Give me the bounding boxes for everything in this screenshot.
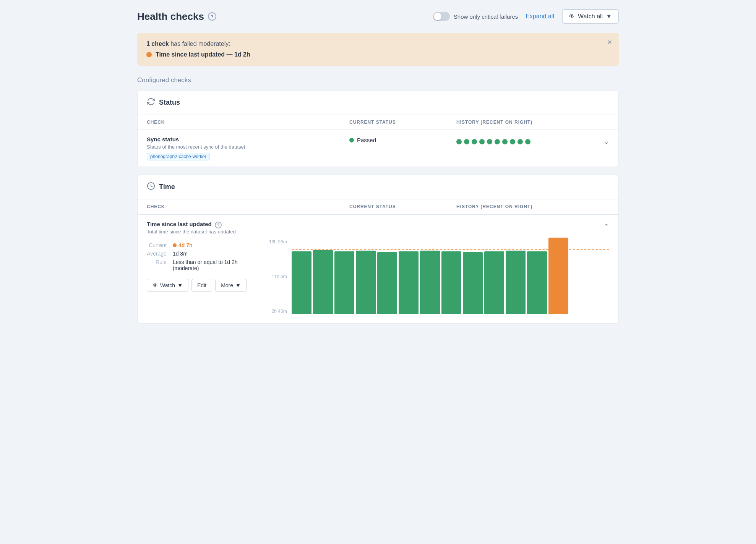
toggle-container: Show only critical failures — [433, 12, 518, 21]
bar-2 — [313, 250, 333, 314]
y-axis-labels: 19h 26m 11h 6m 2h 46m — [269, 238, 289, 314]
time-table-header: CHECK CURRENT STATUS HISTORY (RECENT ON … — [138, 199, 618, 214]
expand-all-button[interactable]: Expand all — [526, 13, 554, 20]
current-status-col-header: CURRENT STATUS — [349, 120, 456, 125]
chevron-down-icon: ▼ — [606, 13, 612, 20]
history-dot-3 — [472, 139, 477, 144]
check-description: Status of the most recent sync of the da… — [147, 144, 349, 150]
time-card: Time CHECK CURRENT STATUS HISTORY (RECEN… — [137, 175, 619, 324]
check-tag[interactable]: phonograph2-cache-worker — [147, 153, 210, 160]
history-dot-4 — [479, 139, 485, 144]
bar-10 — [484, 251, 504, 314]
collapse-row-chevron[interactable]: ⌃ — [604, 222, 609, 231]
sync-icon — [147, 97, 155, 108]
bar-7 — [420, 251, 440, 314]
bar-11 — [506, 251, 526, 314]
watch-button[interactable]: 👁 Watch ▼ — [147, 279, 188, 292]
y-label-mid: 11h 6m — [272, 274, 287, 279]
clock-icon — [147, 182, 155, 192]
more-button[interactable]: More ▼ — [215, 279, 247, 292]
alert-close-button[interactable]: × — [607, 38, 612, 46]
status-card-header: Status — [138, 91, 618, 115]
header-right: Show only critical failures Expand all 👁… — [433, 9, 619, 24]
toggle-label: Show only critical failures — [454, 13, 518, 20]
time-check-desc: Total time since the dataset has updated — [147, 229, 349, 235]
history-dot-10 — [525, 139, 530, 144]
bar-chart: 19h 26m 11h 6m 2h 46m — [269, 238, 609, 314]
time-check-info: Time since last updated ? Total time sin… — [147, 221, 349, 238]
help-icon[interactable]: ? — [208, 12, 216, 21]
alert-item: Time since last updated — 1d 2h — [146, 51, 610, 58]
edit-button[interactable]: Edit — [191, 279, 212, 292]
alert-strong: 1 check — [146, 40, 169, 47]
time-table-row: Time since last updated ? Total time sin… — [138, 214, 618, 323]
current-dot — [173, 243, 177, 247]
metrics-grid: Current 4d 7h Average 1d 8m Rule Less th… — [147, 242, 254, 271]
chart-with-labels: 19h 26m 11h 6m 2h 46m — [269, 238, 609, 314]
check-name: Sync status — [147, 136, 349, 142]
history-dot-1 — [456, 139, 462, 144]
history-dot-7 — [502, 139, 508, 144]
time-check-table: CHECK CURRENT STATUS HISTORY (RECENT ON … — [138, 199, 618, 323]
status-table-header: CHECK CURRENT STATUS HISTORY (RECENT ON … — [138, 115, 618, 130]
status-text: Passed — [357, 137, 376, 143]
warning-dot — [146, 52, 152, 57]
more-chevron-icon: ▼ — [235, 282, 241, 288]
history-dot-8 — [510, 139, 515, 144]
header-left: Health checks ? — [137, 11, 216, 23]
y-label-bottom: 2h 46m — [272, 309, 287, 314]
time-card-header: Time — [138, 175, 618, 199]
history-dot-5 — [487, 139, 492, 144]
time-status-col-header: CURRENT STATUS — [349, 204, 456, 209]
more-label: More — [221, 282, 233, 288]
bar-8 — [441, 251, 461, 314]
status-card-title: Status — [159, 99, 180, 107]
status-check-table: CHECK CURRENT STATUS HISTORY (RECENT ON … — [138, 115, 618, 167]
alert-item-text: Time since last updated — 1d 2h — [156, 51, 250, 58]
watch-chevron-icon: ▼ — [177, 282, 183, 288]
average-value: 1d 8m — [173, 251, 254, 257]
current-label: Current — [147, 242, 167, 248]
page-container: Health checks ? Show only critical failu… — [137, 9, 619, 324]
history-dot-9 — [518, 139, 523, 144]
time-card-title: Time — [159, 183, 175, 191]
alert-text: 1 check has failed moderately: — [146, 40, 610, 47]
time-history-col-header: HISTORY (RECENT ON RIGHT) — [456, 204, 609, 209]
bar-3 — [334, 251, 354, 314]
action-buttons: 👁 Watch ▼ Edit More ▼ — [147, 279, 254, 292]
bar-12 — [527, 251, 547, 314]
eye-icon: 👁 — [569, 13, 575, 20]
bar-9 — [463, 252, 483, 314]
status-card: Status CHECK CURRENT STATUS HISTORY (REC… — [137, 90, 619, 167]
history-cell: ⌄ — [456, 136, 609, 146]
rule-label: Rule — [147, 259, 167, 271]
current-value: 4d 7h — [173, 242, 254, 248]
critical-failures-toggle[interactable] — [433, 12, 450, 21]
configured-checks-label: Configured checks — [137, 76, 619, 84]
bars-area — [292, 238, 609, 314]
average-label: Average — [147, 251, 167, 257]
bar-4 — [356, 251, 376, 314]
history-dot-6 — [495, 139, 500, 144]
edit-label: Edit — [197, 282, 206, 288]
watch-all-button[interactable]: 👁 Watch all ▼ — [562, 9, 619, 24]
rule-value: Less than or equal to 1d 2h (moderate) — [173, 259, 254, 271]
history-dot-2 — [464, 139, 469, 144]
alert-text-suffix: has failed moderately: — [169, 40, 230, 47]
time-row-main: Time since last updated ? Total time sin… — [138, 215, 618, 238]
time-expanded-content: Current 4d 7h Average 1d 8m Rule Less th… — [138, 238, 618, 323]
history-col-header: HISTORY (RECENT ON RIGHT) — [456, 120, 609, 125]
watch-label: Watch — [160, 282, 175, 288]
threshold-line — [292, 249, 609, 250]
bar-1 — [292, 251, 311, 314]
check-col-header: CHECK — [147, 120, 349, 125]
expand-row-chevron[interactable]: ⌄ — [604, 138, 609, 146]
time-metrics-section: Current 4d 7h Average 1d 8m Rule Less th… — [147, 238, 254, 292]
bar-5 — [377, 252, 397, 314]
status-cell: Passed — [349, 136, 456, 143]
time-check-col-header: CHECK — [147, 204, 349, 209]
watch-eye-icon: 👁 — [152, 282, 158, 288]
time-help-icon[interactable]: ? — [215, 222, 222, 228]
bar-6 — [399, 251, 419, 314]
watch-all-label: Watch all — [578, 13, 603, 20]
